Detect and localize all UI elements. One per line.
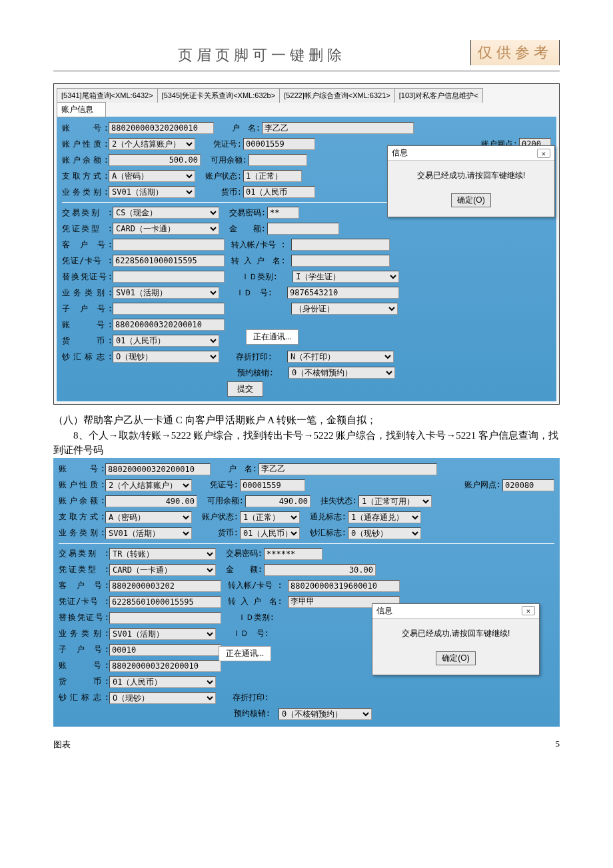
state-select-2[interactable]: 1（正常） bbox=[240, 511, 300, 523]
pwd-input[interactable] bbox=[267, 207, 299, 219]
tab-5222[interactable]: [5222]帐户综合查询<XML:6321> bbox=[279, 88, 395, 103]
section-label: 账户信息 bbox=[57, 102, 106, 117]
close-icon-2[interactable]: ⨉ bbox=[522, 606, 535, 615]
acct2-input-2[interactable] bbox=[109, 660, 221, 672]
to-acct-input-2[interactable] bbox=[288, 580, 400, 592]
ok-button-2[interactable]: 确定(O) bbox=[436, 651, 475, 665]
comm-tooltip-1: 正在通讯... bbox=[246, 329, 299, 345]
draw-select[interactable]: A（密码） bbox=[109, 170, 195, 182]
footer-left: 图表 bbox=[53, 739, 71, 751]
acct-state-input[interactable] bbox=[243, 170, 302, 182]
to-name-input[interactable] bbox=[291, 255, 390, 267]
ok-button[interactable]: 确定(O) bbox=[451, 193, 490, 207]
info-popup-1: 信息 ⨉ 交易已经成功,请按回车键继续! 确定(O) bbox=[387, 145, 555, 217]
lbl-pwd-2: 交易密码: bbox=[223, 548, 264, 559]
id-type-select[interactable]: I（学生证） bbox=[293, 271, 399, 283]
biz2-select[interactable]: SV01（活期） bbox=[113, 287, 219, 299]
curr2-select[interactable]: 01（人民币） bbox=[113, 335, 219, 347]
card-input-2[interactable] bbox=[109, 596, 221, 608]
lbl-state-2: 账户状态: bbox=[199, 511, 240, 523]
repl-input[interactable] bbox=[113, 271, 225, 283]
biz-select-2[interactable]: SV01（活期） bbox=[105, 527, 192, 539]
lbl-cust-2: 客 户 号: bbox=[59, 580, 109, 591]
cust-input[interactable] bbox=[113, 239, 225, 251]
book-select[interactable]: N（不打印） bbox=[287, 351, 394, 363]
popup-msg: 交易已经成功,请按回车键继续! bbox=[400, 170, 542, 181]
tab-bar: [5341]尾箱查询<XML:6432> [5345]凭证卡关系查询<XML:6… bbox=[57, 88, 556, 103]
sub-input[interactable] bbox=[113, 303, 225, 315]
account-no-input[interactable] bbox=[109, 122, 214, 134]
cust-input-2[interactable] bbox=[109, 580, 221, 592]
cash-select-2[interactable]: O（现钞） bbox=[109, 692, 216, 704]
repl-input-2[interactable] bbox=[109, 612, 221, 624]
close-icon[interactable]: ⨉ bbox=[537, 149, 550, 158]
lbl-amt: 金 额: bbox=[226, 223, 267, 235]
name-input-2[interactable] bbox=[259, 463, 437, 475]
avail-input[interactable] bbox=[249, 154, 307, 166]
tongd-select-2[interactable]: 1（通存通兑） bbox=[348, 511, 421, 523]
name-input[interactable] bbox=[262, 122, 414, 134]
lbl-acct2-2: 账 号: bbox=[59, 660, 109, 671]
lbl-repl: 替换凭证号: bbox=[62, 271, 113, 283]
lbl-acct-type: 账户性质: bbox=[62, 139, 109, 150]
curr-input[interactable] bbox=[243, 186, 315, 198]
doc-line-2: 8、个人→取款/转账→5222 账户综合，找到转出卡号→5222 账户综合，找到… bbox=[53, 428, 560, 458]
bal-input-2[interactable] bbox=[105, 495, 197, 507]
tab-5345[interactable]: [5345]凭证卡关系查询<XML:632b> bbox=[157, 88, 281, 103]
doc-text: （八）帮助客户乙从一卡通 C 向客户甲活期账户 A 转账一笔，金额自拟； 8、个… bbox=[53, 413, 560, 458]
lbl-to-name: 转 入 户 名: bbox=[231, 255, 291, 267]
amt-input[interactable] bbox=[267, 223, 339, 235]
acct2-input[interactable] bbox=[113, 319, 225, 331]
sub-input-2[interactable] bbox=[109, 644, 221, 656]
acct-type-select[interactable]: 2（个人结算账户） bbox=[109, 138, 195, 150]
lbl-biz-2: 业务类别: bbox=[59, 527, 105, 539]
cert-no-input[interactable] bbox=[243, 138, 315, 150]
lbl-amt-2: 金 额: bbox=[223, 564, 264, 575]
lbl-cash: 钞汇标志: bbox=[62, 351, 113, 363]
lbl-toacct-2: 转入帐/卡号 : bbox=[228, 580, 288, 591]
lbl-idtype-2: ＩＤ类别: bbox=[228, 612, 276, 623]
cash-select[interactable]: O（现钞） bbox=[113, 351, 219, 363]
lbl-branch-2: 账户网点: bbox=[461, 479, 502, 491]
pwd-input-2[interactable] bbox=[264, 548, 322, 560]
tab-5341[interactable]: [5341]尾箱查询<XML:6432> bbox=[57, 88, 158, 103]
lbl-cert-2: 凭证号: bbox=[199, 479, 240, 491]
curr2-select-2[interactable]: 01（人民币） bbox=[109, 676, 216, 688]
lbl-book: 存折打印: bbox=[226, 351, 274, 363]
cert-type-select-2[interactable]: CARD（一卡通） bbox=[109, 564, 216, 576]
lbl-ct-2: 凭证类型 : bbox=[59, 564, 109, 575]
draw-select-2[interactable]: A（密码） bbox=[105, 511, 192, 523]
tab-103[interactable]: [103]对私客户信息维护< bbox=[394, 88, 483, 103]
reserve-select-2[interactable]: 0（不核销预约） bbox=[279, 708, 372, 720]
header-badge: 仅供参考 bbox=[470, 40, 560, 65]
account-no-input-2[interactable] bbox=[105, 463, 211, 475]
lbl-avail-2: 可用余额: bbox=[204, 495, 245, 507]
trans-type-select[interactable]: CS（现金） bbox=[113, 207, 219, 219]
to-acct-input[interactable] bbox=[291, 239, 390, 251]
cert-input-2[interactable] bbox=[240, 479, 305, 491]
id-card-select[interactable]: （身份证） bbox=[291, 303, 398, 315]
trans-type-select-2[interactable]: TR（转账） bbox=[109, 548, 216, 560]
lbl-cash-2: 钞汇标志: bbox=[59, 692, 109, 703]
biz2-select-2[interactable]: SV01（活期） bbox=[109, 628, 216, 640]
lbl-sub: 子 户 号: bbox=[62, 303, 113, 315]
type-select-2[interactable]: 2（个人结算账户） bbox=[105, 479, 192, 491]
lbl-repl-2: 替换凭证号: bbox=[59, 612, 109, 623]
reserve-select[interactable]: 0（不核销预约） bbox=[289, 367, 395, 379]
submit-button[interactable]: 提交 bbox=[227, 381, 263, 397]
amt-input-2[interactable] bbox=[264, 564, 376, 576]
branch-input-2[interactable] bbox=[502, 479, 554, 491]
popup-title: 信息 bbox=[392, 147, 408, 159]
lost-select[interactable]: 1（正常可用） bbox=[358, 495, 432, 507]
id-no-input[interactable] bbox=[287, 287, 399, 299]
biz-select[interactable]: SV01（活期） bbox=[109, 186, 195, 198]
card-input[interactable] bbox=[113, 255, 225, 267]
curr-select-2[interactable]: 01（人民币） bbox=[240, 527, 300, 539]
page-header: 页眉页脚可一键删除 仅供参考 bbox=[53, 40, 560, 71]
cash-select-2a[interactable]: 0（现钞） bbox=[348, 527, 421, 539]
avail-input-2[interactable] bbox=[245, 495, 310, 507]
lbl-cert-type: 凭证类型 : bbox=[62, 223, 113, 235]
lbl-to-acct: 转入帐/卡号 : bbox=[231, 239, 291, 251]
cert-type-select[interactable]: CARD（一卡通） bbox=[113, 223, 219, 235]
balance-input[interactable] bbox=[109, 154, 201, 166]
